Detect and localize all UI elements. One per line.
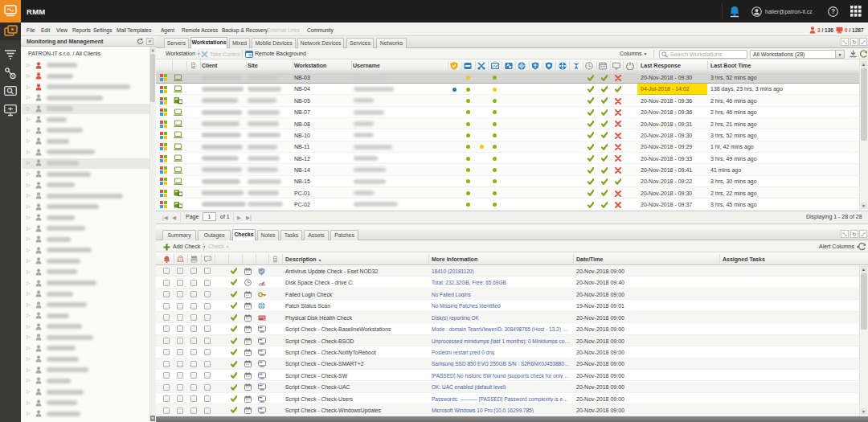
svg-text:?: ? [831, 7, 835, 15]
svg-text:?: ? [179, 256, 182, 261]
